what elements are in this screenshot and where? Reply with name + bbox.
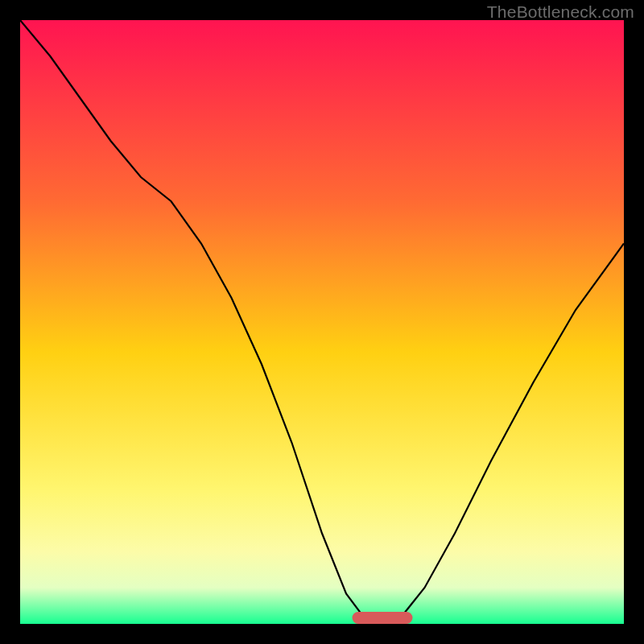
watermark-text: TheBottleneck.com [487,2,634,22]
optimal-zone-marker [353,612,413,624]
chart-frame: TheBottleneck.com [0,0,644,644]
plot-area [20,20,624,624]
chart-svg [20,20,624,624]
